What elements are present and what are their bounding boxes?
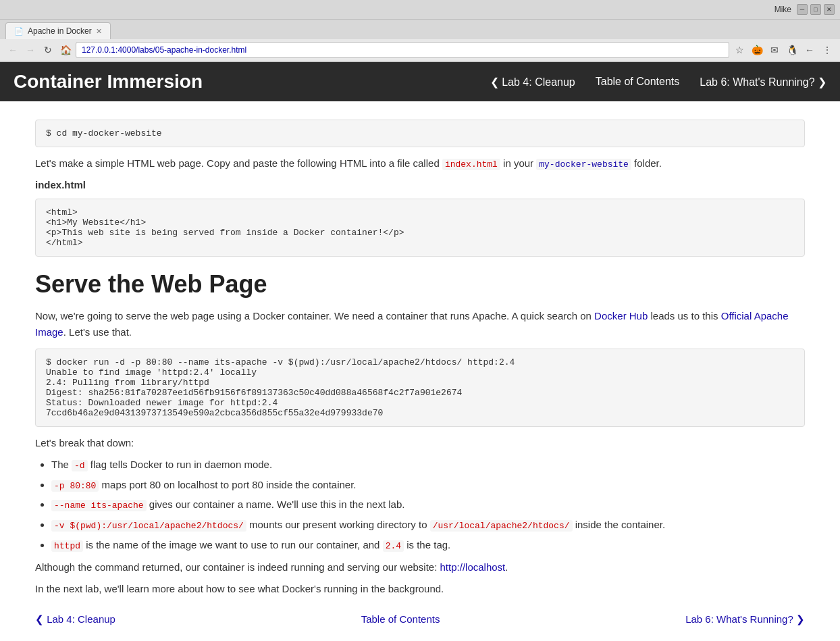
mail-icon[interactable]: ✉ [767,43,782,57]
code-d: -d [72,460,88,471]
linux-icon[interactable]: 🐧 [785,43,799,57]
back-button[interactable]: ← [5,43,20,57]
list-item: The -d flag tells Docker to run in daemo… [51,457,805,473]
code-tag: 2.4 [383,540,404,552]
html-code-block: <html> <h1>My Website</h1> <p>This web s… [35,199,805,257]
code-v: -v $(pwd):/usr/local/apache2/htdocs/ [51,520,246,532]
menu-icon[interactable]: ⋮ [820,43,835,57]
code-httpd: httpd [51,540,83,552]
docker-command-block: $ docker run -d -p 80:80 --name its-apac… [35,349,805,427]
inline-code-folder: my-docker-website [536,159,631,170]
serve-paragraph: Now, we're going to serve the web page u… [35,308,805,340]
breakdown-list: The -d flag tells Docker to run in daemo… [51,457,805,554]
tab-title: Apache in Docker [28,26,92,36]
inline-code-index: index.html [442,159,500,170]
close-button[interactable]: ✕ [824,4,835,15]
code-p: -p 80:80 [51,480,99,492]
site-title: Container Immersion [14,71,490,93]
list-item: httpd is the name of the image we want t… [51,537,805,554]
list-item: -p 80:80 maps port 80 on localhost to po… [51,477,805,494]
list-item: -v $(pwd):/usr/local/apache2/htdocs/ mou… [51,517,805,534]
code-path: /usr/local/apache2/htdocs/ [430,520,573,532]
next-lab-paragraph: In the next lab, we'll learn more about … [35,581,805,597]
localhost-link[interactable]: http://localhost [440,561,506,573]
site-header: Container Immersion ❮ Lab 4: Cleanup Tab… [0,62,840,101]
section-heading: Serve the Web Page [35,270,805,299]
bookmark-icon[interactable]: ☆ [732,43,747,57]
intro-paragraph: Let's make a simple HTML web page. Copy … [35,155,805,172]
reload-button[interactable]: ↻ [41,43,55,57]
bottom-nav: ❮ Lab 4: Cleanup Table of Contents Lab 6… [35,613,805,625]
code-name: --name its-apache [51,500,147,511]
minimize-button[interactable]: ─ [797,4,808,15]
scroll-area[interactable]: $ cd my-docker-website Let's make a simp… [0,101,840,641]
nav-prev-link[interactable]: ❮ Lab 4: Cleanup [490,76,575,88]
emoji-icon[interactable]: 🎃 [750,43,764,57]
bottom-next-link[interactable]: Lab 6: What's Running? ❯ [685,613,805,625]
user-name: Mike [775,5,791,14]
site-nav: ❮ Lab 4: Cleanup Table of Contents Lab 6… [490,76,826,88]
breakdown-label: Let's break that down: [35,435,805,451]
forward-button[interactable]: → [23,43,38,57]
top-command-block: $ cd my-docker-website [35,120,805,147]
list-item: --name its-apache gives our container a … [51,496,805,513]
nav-next-link[interactable]: Lab 6: What's Running? ❯ [700,76,826,88]
tab-icon: 📄 [14,27,24,36]
maximize-button[interactable]: □ [810,4,821,15]
file-label: index.html [35,179,805,190]
bottom-toc-link[interactable]: Table of Contents [361,613,440,625]
nav-toc-link[interactable]: Table of Contents [596,76,680,88]
bottom-prev-link[interactable]: ❮ Lab 4: Cleanup [35,613,115,625]
address-bar[interactable] [76,42,729,58]
home-button[interactable]: 🏠 [58,43,73,57]
browser-tab[interactable]: 📄 Apache in Docker ✕ [5,22,111,39]
back-icon2[interactable]: ← [802,43,817,57]
although-paragraph: Although the command returned, our conta… [35,559,805,575]
docker-hub-link[interactable]: Docker Hub [594,310,648,322]
tab-close-button[interactable]: ✕ [96,27,102,36]
